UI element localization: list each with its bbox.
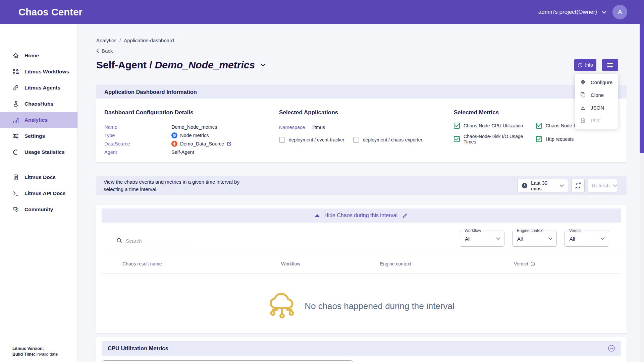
sidebar-item-litmus-api-docs[interactable]: Litmus API Docs [0, 185, 77, 201]
hamburger-icon [607, 63, 613, 63]
menu-item-configure[interactable]: Configure [575, 76, 618, 88]
info-circle-icon[interactable] [531, 262, 535, 266]
column-workflow: Workflow [281, 261, 380, 266]
sidebar-item-litmus-workflows[interactable]: Litmus Workflows [0, 64, 77, 80]
document-icon [12, 174, 19, 181]
scrollbar-thumb[interactable] [640, 24, 644, 153]
refresh-now-button[interactable] [571, 179, 585, 192]
metric-panel-stub [102, 360, 353, 362]
app-title: Chaos Center [18, 7, 83, 18]
checkbox-cpu-utilization[interactable]: Chaos-Node-CPU Utilization [454, 123, 536, 129]
workflow-filter-select[interactable]: Workflow All [460, 231, 504, 247]
interval-description: View the chaos events and metrics in a g… [104, 178, 258, 193]
chevron-left-icon [96, 49, 99, 53]
file-icon [580, 117, 586, 123]
sliders-icon [12, 133, 19, 139]
collapse-icon[interactable] [608, 345, 615, 352]
sidebar-item-settings[interactable]: Settings [0, 128, 77, 144]
search-input[interactable] [126, 238, 183, 244]
chevron-down-icon [496, 237, 500, 240]
toggle-label: Hide Chaos during this interval [324, 213, 397, 219]
breadcrumb-separator: / [119, 38, 121, 43]
verdict-filter-select[interactable]: Verdict All [565, 231, 609, 247]
breadcrumb-analytics[interactable]: Analytics [96, 38, 116, 43]
config-row-agent: Agent Self-Agent [104, 148, 272, 156]
back-button[interactable]: Back [96, 48, 627, 54]
caret-up-icon [315, 214, 320, 217]
dashboard-name: Demo_Node_metrics [155, 59, 255, 70]
build-time-value: Invalid date [36, 352, 58, 357]
avatar[interactable]: A [612, 5, 627, 19]
chat-bubbles-icon [12, 206, 19, 213]
time-interval-bar: View the chaos events and metrics in a g… [96, 176, 627, 195]
selected-applications: Selected Applications Namespace litmus d… [279, 109, 440, 143]
engine-context-filter-select[interactable]: Engine context All [512, 231, 557, 247]
sidebar-item-analytics[interactable]: Analytics [0, 112, 77, 128]
chevron-down-icon [613, 184, 617, 187]
bar-chart-icon [12, 117, 19, 123]
sidebar-item-chaoshubs[interactable]: ChaosHubs [0, 96, 77, 112]
chaos-table-card: Hide Chaos during this interval Workflow… [96, 205, 627, 333]
namespace-row: Namespace litmus [279, 125, 440, 130]
chaos-center-screen: Chaos Center admin's project(Owner) A Ho… [0, 0, 644, 362]
checkbox-event-tracker[interactable]: deployment / event-tracker [279, 137, 344, 143]
litmus-version-label: Litmus Version: [12, 346, 44, 351]
checkbox-checked [536, 123, 542, 129]
info-button[interactable]: Info [574, 59, 596, 71]
page-title: Self-Agent /Demo_Node_metrics [96, 59, 255, 71]
refresh-icon [575, 182, 582, 189]
project-selector[interactable]: admin's project(Owner) [538, 9, 606, 15]
sidebar-item-usage-statistics[interactable]: Usage Statistics [0, 144, 77, 160]
download-icon [580, 105, 586, 111]
main-content: Analytics / Application-dashboard Back S… [78, 24, 644, 362]
usage-icon [12, 149, 19, 156]
chevron-down-icon [560, 184, 564, 187]
dashboard-menu-button[interactable] [602, 59, 618, 71]
back-label: Back [102, 48, 113, 54]
breadcrumb-current: Application-dashboard [124, 38, 174, 43]
prometheus-icon [171, 141, 177, 147]
chevron-down-icon [602, 11, 606, 14]
dashboard-actions-menu: Configure Clone JSON PDF [575, 74, 618, 129]
checkbox-unchecked [279, 137, 285, 143]
config-row-name: Name Demo_Node_metrics [104, 123, 272, 131]
terminal-icon [12, 190, 19, 197]
sidebar-item-litmus-agents[interactable]: Litmus Agents [0, 80, 77, 96]
sidebar-item-community[interactable]: Community [0, 201, 77, 218]
info-icon [578, 63, 583, 68]
column-engine-context: Engine context [380, 261, 514, 266]
filters-row: Workflow All Engine context All Verdict … [102, 231, 621, 247]
checkbox-chaos-exporter[interactable]: deployment / chaos-exporter [353, 137, 422, 143]
title-dropdown-caret[interactable] [260, 63, 266, 67]
flask-icon [12, 101, 19, 107]
external-link-icon[interactable] [227, 141, 231, 146]
sidebar-item-litmus-docs[interactable]: Litmus Docs [0, 169, 77, 185]
applications-section-title: Selected Applications [279, 109, 440, 116]
empty-state: No chaos happened during the interval [102, 292, 621, 320]
time-range-select[interactable]: Last 30 mins [517, 179, 568, 192]
pencil-icon[interactable] [402, 213, 408, 219]
checkbox-checked [536, 136, 542, 142]
menu-item-clone[interactable]: Clone [575, 88, 618, 101]
menu-item-json[interactable]: JSON [575, 101, 618, 114]
home-icon [12, 52, 19, 59]
chevron-down-icon [548, 237, 552, 240]
hide-chaos-toggle[interactable]: Hide Chaos during this interval [102, 208, 621, 223]
checkbox-unchecked [353, 137, 359, 143]
checkbox-disk-io-times[interactable]: Chaos-Node-Disk I/O Usage Times [454, 134, 536, 144]
checkbox-http-requests[interactable]: Http requests [536, 134, 622, 144]
version-info: Litmus Version: Build Time: Invalid date [12, 346, 58, 357]
title-row: Self-Agent /Demo_Node_metrics Info [96, 58, 627, 72]
dashboard-configuration-details: Dashboard Configuration Details Name Dem… [104, 109, 272, 156]
sidebar-item-home[interactable]: Home [0, 48, 77, 64]
workflows-icon [12, 68, 19, 75]
application-dashboard-info-panel: Application Dashboard Information Dashbo… [96, 85, 627, 162]
chevron-down-icon [601, 237, 605, 240]
search-icon [116, 238, 122, 244]
config-row-datasource: DataSource Demo_Data_Source [104, 139, 272, 148]
agent-name: Self-Agent / [96, 59, 152, 70]
project-label: admin's project(Owner) [538, 9, 597, 15]
table-header: Chaos result name Workflow Engine contex… [102, 254, 621, 274]
refresh-interval-select[interactable]: Refresh [588, 179, 617, 192]
menu-item-pdf: PDF [575, 114, 618, 127]
